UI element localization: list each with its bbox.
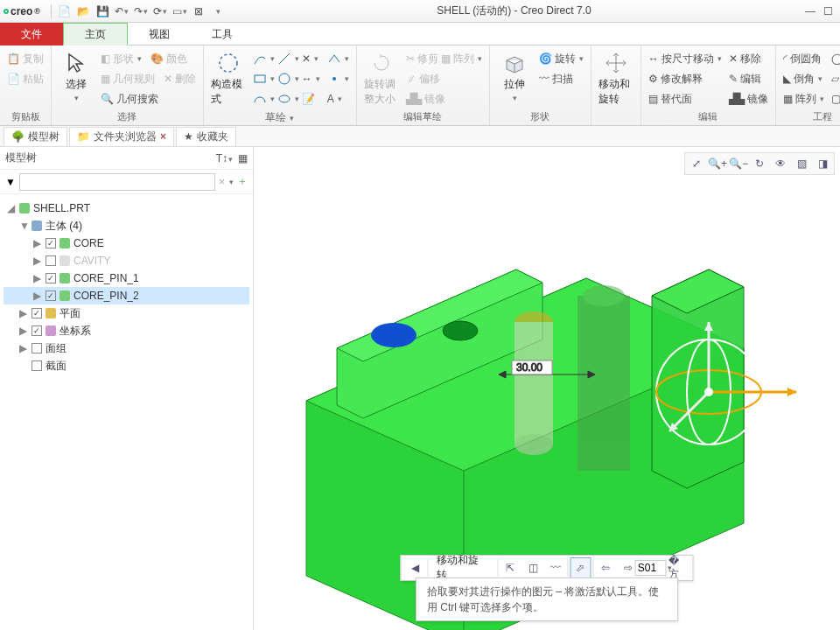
tab-home[interactable]: 主页 [63,23,128,46]
sketch-line-button[interactable]: ▾ ▾ ✕▾ [251,49,322,68]
chamfer-button[interactable]: ◣ 倒角▾ [781,69,826,88]
pattern-button[interactable]: ▦ 阵列▾ [781,89,826,108]
maximize-button[interactable]: ☐ [819,3,836,20]
tree-root[interactable]: ◢ SHELL.PRT [4,200,249,217]
move-rotate-button[interactable]: 移动和旋转 [597,49,635,111]
round-button[interactable]: ◜ 倒圆角 [781,49,826,68]
svg-point-3 [279,95,290,102]
edit-solve-button[interactable]: ⚙ 修改解释 [647,69,724,88]
group-label: 工程 [781,108,840,123]
model-tree: ◢ SHELL.PRT ▼ 主体 (4) ▶ CORE ▶ CAVITY ▶ C… [0,194,253,630]
select-button[interactable]: 选择▾ [57,49,95,108]
axis-icon[interactable]: ⇱ [500,557,521,578]
svg-rect-15 [578,296,630,471]
group-sketch: 构造模式 ▾ ▾ ✕▾ ▾ ▾ ↔▾ ▾ ▾ 📝 ▾ ▾ A▾ 草绘 ▾ [204,46,357,125]
checkbox[interactable] [46,256,56,266]
construction-mode-button[interactable]: 构造模式 [209,49,248,108]
geomrule-button[interactable]: ▦ 几何规则 ✕ 删除 [99,69,198,88]
qat-undo-icon[interactable]: ↶▾ [113,3,130,20]
main-area: 模型树 T↕▾ ▦ ▼ × ▾ ＋ ◢ SHELL.PRT ▼ 主体 (4) ▶… [0,147,840,630]
remove-button[interactable]: ✕ 移除 [727,49,770,68]
geomsearch-button[interactable]: 🔍 几何搜索 [99,89,198,108]
subtab-model-tree[interactable]: 🌳 模型树 [4,127,67,146]
rotate-resize-button[interactable]: 旋转调整大小 [362,49,401,108]
logo-text: creo [10,5,32,18]
edit-op-button[interactable]: ✎ 编辑 [727,69,770,88]
tree-body-group[interactable]: ▼ 主体 (4) [4,217,249,234]
tree-body[interactable]: ▶ CAVITY [4,252,249,270]
checkbox[interactable] [32,326,42,336]
snap-icon[interactable]: ⬀ [570,557,592,578]
tree-settings-icon[interactable]: T↕▾ [216,152,233,164]
tree-body-selected[interactable]: ▶ CORE_PIN_2 [4,287,249,304]
clear-icon[interactable]: × [219,176,225,188]
draft-button[interactable]: ▱ 拔模 [830,69,840,88]
tree-quilts[interactable]: ▶ 面组 [4,340,249,357]
mode-label[interactable]: 移动和旋转 [430,557,495,578]
qat-new-icon[interactable]: 📄 [55,3,73,20]
checkbox[interactable] [46,273,56,284]
revolve-button[interactable]: 🌀 旋转▾ [537,49,585,68]
sketch-text-button[interactable]: A▾ [326,89,351,108]
sketch-rect-button[interactable]: ▾ ▾ ↔▾ [251,69,322,88]
tab-tools[interactable]: 工具 [191,23,254,46]
substitute-button[interactable]: ▤ 替代面 [647,89,724,108]
graphics-area[interactable]: ⤢ 🔍+ 🔍− ↻ 👁 ▧ ◨ [254,147,840,630]
close-icon[interactable]: × [160,130,166,143]
set-select[interactable]: ▾ [643,557,664,578]
checkbox[interactable] [46,290,56,301]
dim-move-button[interactable]: ↔ 按尺寸移动▾ [647,49,724,68]
offset-button[interactable]: ⫽ 偏移 [404,69,484,88]
add-icon[interactable]: ＋ [237,174,248,189]
prev-icon[interactable]: ◀ [405,557,426,578]
minimize-button[interactable]: — [802,3,819,20]
qat-regen-icon[interactable]: ⟳▾ [151,3,169,20]
checkbox[interactable] [46,238,56,248]
hole-button[interactable]: ◯ 孔 [830,49,840,68]
trim-button[interactable]: ✂ 修剪 ▦ 阵列▾ [404,49,484,68]
free-icon[interactable]: 〰 [545,557,566,578]
qat-open-icon[interactable]: 📂 [74,3,92,20]
svg-point-2 [279,74,290,84]
tree-csys[interactable]: ▶ 坐标系 [4,322,249,340]
apply-icon[interactable]: �方 [668,557,690,578]
shell-button[interactable]: ▢ 壳 [830,89,840,108]
subtab-favorites[interactable]: ★ 收藏夹 [176,127,236,146]
tab-view[interactable]: 视图 [128,23,191,46]
group-label: 选择 [57,108,198,123]
sketch-mirror-button[interactable]: ▟▙ 镜像 [404,89,484,108]
window-controls: — ☐ [802,3,836,20]
tree-planes[interactable]: ▶ 平面 [4,304,249,322]
group-edit-sketch: 旋转调整大小 ✂ 修剪 ▦ 阵列▾ ⫽ 偏移 ▟▙ 镜像 编辑草绘 [357,46,490,125]
checkbox[interactable] [32,343,42,354]
subtab-folder-browser[interactable]: 📁 文件夹浏览器 × [69,127,174,146]
tab-file[interactable]: 文件 [0,23,63,46]
sketch-spline-button[interactable]: ▾ [326,49,351,68]
plane-icon[interactable]: ◫ [522,557,543,578]
extrude-button[interactable]: 拉伸▾ [495,49,534,108]
tree-search-input[interactable] [19,173,215,191]
paste-button[interactable]: 📄 粘贴 [5,69,46,88]
sketch-point-button[interactable]: ▾ [326,69,351,88]
shape-filter-button[interactable]: ◧ 形状▾ 🎨 颜色 [99,49,198,68]
qat-save-icon[interactable]: 💾 [94,3,111,20]
tree-filter-icon[interactable]: ▦ [238,152,248,164]
tree-sections[interactable]: 截面 [4,357,249,374]
copy-button[interactable]: 📋 复制 [5,49,46,68]
left-subtabs: 🌳 模型树 📁 文件夹浏览器 × ★ 收藏夹 [0,126,840,147]
nav-prev-icon[interactable]: ⇦ [595,557,616,578]
filter-icon[interactable]: ▼ [5,176,16,188]
qat-more-icon[interactable]: ▾ [209,3,227,20]
qat-redo-icon[interactable]: ↷▾ [132,3,150,20]
sweep-button[interactable]: 〰 扫描 [537,69,585,88]
tree-body[interactable]: ▶ CORE [4,234,249,252]
search-dropdown[interactable]: ▾ [229,178,234,186]
qat-windows-icon[interactable]: ▭▾ [171,3,188,20]
mirror-button[interactable]: ▟▙ 镜像 [727,89,770,108]
sketch-arc-button[interactable]: ▾ ▾ 📝 [251,89,322,108]
checkbox[interactable] [32,308,42,318]
checkbox[interactable] [32,360,42,371]
tree-body[interactable]: ▶ CORE_PIN_1 [4,270,249,287]
qat-close-icon[interactable]: ⊠ [190,3,207,20]
svg-point-4 [332,77,336,80]
